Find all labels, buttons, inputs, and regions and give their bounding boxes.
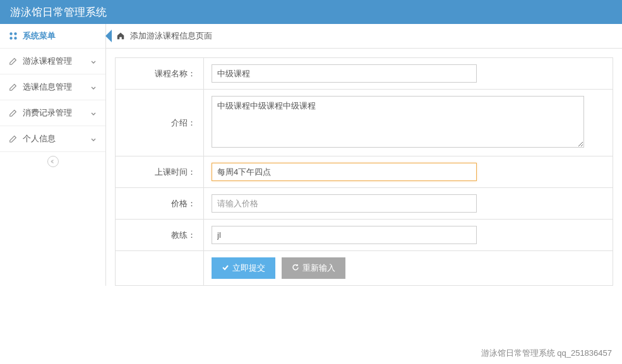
- app-header: 游泳馆日常管理系统: [0, 0, 622, 24]
- app-title: 游泳馆日常管理系统: [10, 5, 107, 20]
- submit-button[interactable]: 立即提交: [212, 257, 275, 279]
- course-name-label: 课程名称：: [116, 58, 204, 90]
- chevron-down-icon: [90, 58, 97, 64]
- coach-label: 教练：: [116, 220, 204, 251]
- svg-point-3: [14, 37, 16, 39]
- reset-button[interactable]: 重新输入: [282, 257, 345, 279]
- refresh-icon: [292, 264, 299, 273]
- collapse-left-icon: [47, 156, 59, 167]
- svg-point-1: [14, 32, 16, 35]
- svg-point-2: [9, 37, 12, 39]
- reset-label: 重新输入: [302, 262, 335, 274]
- intro-textarea[interactable]: [212, 96, 584, 148]
- edit-icon: [9, 57, 18, 66]
- chevron-down-icon: [90, 84, 97, 90]
- submit-label: 立即提交: [232, 262, 265, 274]
- svg-point-0: [9, 32, 12, 35]
- sidebar-menu-title: 系统菜单: [0, 24, 105, 49]
- price-input[interactable]: [212, 194, 477, 213]
- sidebar-item-expense-mgmt[interactable]: 消费记录管理: [0, 100, 105, 126]
- form-table: 课程名称： 介绍： 上课时间：: [115, 57, 613, 286]
- edit-icon: [9, 134, 18, 143]
- sidebar-item-course-mgmt[interactable]: 游泳课程管理: [0, 49, 105, 74]
- home-icon: [116, 32, 125, 40]
- sidebar: 系统菜单 游泳课程管理 选课信息管理: [0, 24, 106, 286]
- sidebar-item-personal-info[interactable]: 个人信息: [0, 126, 105, 152]
- edit-icon: [9, 83, 18, 91]
- coach-input[interactable]: [212, 226, 477, 244]
- edit-icon: [9, 109, 18, 117]
- dashboard-icon: [9, 32, 18, 40]
- sidebar-item-label: 个人信息: [23, 133, 56, 144]
- chevron-down-icon: [90, 136, 97, 142]
- sidebar-item-enroll-mgmt[interactable]: 选课信息管理: [0, 74, 105, 100]
- check-icon: [222, 264, 229, 273]
- sidebar-item-label: 选课信息管理: [23, 81, 72, 93]
- breadcrumb: 添加游泳课程信息页面: [106, 24, 622, 49]
- breadcrumb-text: 添加游泳课程信息页面: [130, 30, 212, 42]
- time-input[interactable]: [212, 163, 477, 181]
- course-name-input[interactable]: [212, 64, 477, 83]
- sidebar-title-text: 系统菜单: [23, 30, 56, 42]
- chevron-down-icon: [90, 110, 97, 116]
- main-content: 添加游泳课程信息页面 课程名称： 介绍： 上课时间：: [106, 24, 622, 286]
- sidebar-item-label: 游泳课程管理: [23, 56, 72, 67]
- sidebar-collapse-button[interactable]: [0, 152, 105, 171]
- intro-label: 介绍：: [116, 90, 204, 156]
- sidebar-item-label: 消费记录管理: [23, 107, 72, 119]
- time-label: 上课时间：: [116, 156, 204, 188]
- price-label: 价格：: [116, 188, 204, 220]
